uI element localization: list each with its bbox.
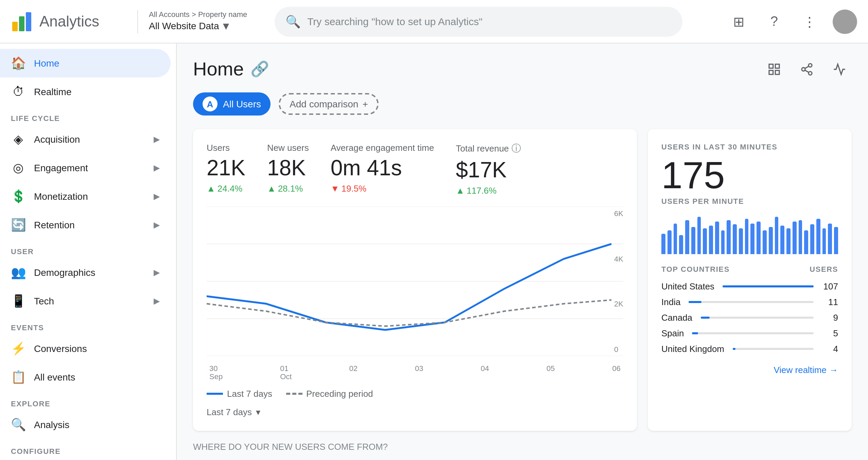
- countries-list: United States107India11Canada9Spain5Unit…: [661, 279, 838, 357]
- svg-rect-0: [12, 21, 18, 31]
- cards-row: Users 21K ▲ 24.4% New users 18K ▲ 28.1%: [193, 129, 852, 431]
- sidebar-item-tech[interactable]: 📱 Tech ▶: [0, 287, 171, 315]
- mini-bar: [727, 220, 731, 254]
- realtime-count: 175: [661, 156, 838, 194]
- page-header: Home 🔗: [193, 57, 852, 82]
- realtime-per-minute-label: USERS PER MINUTE: [661, 197, 838, 205]
- country-row: Spain5: [661, 325, 838, 341]
- country-bar-fill: [723, 285, 814, 287]
- legend-current: Last 7 days: [207, 389, 272, 399]
- avg-engagement-change: ▼ 19.5%: [331, 183, 434, 194]
- avatar[interactable]: [833, 9, 857, 34]
- mini-bar: [793, 222, 797, 254]
- segments-row: A All Users Add comparison +: [193, 92, 852, 116]
- expand-retention-icon: ▶: [154, 220, 160, 230]
- view-realtime-anchor[interactable]: View realtime →: [661, 365, 838, 375]
- sidebar-item-admin[interactable]: ⚙ Admin: [0, 458, 171, 460]
- sidebar-item-conversions[interactable]: ⚡ Conversions: [0, 334, 171, 363]
- country-bar-area: [732, 348, 814, 350]
- total-revenue-label: Total revenue ⓘ: [456, 143, 521, 155]
- lifecycle-section-label: LIFE CYCLE: [0, 106, 176, 125]
- mini-bar: [685, 220, 689, 254]
- country-name: Spain: [661, 328, 684, 338]
- sidebar-item-engagement[interactable]: ◎ Engagement ▶: [0, 154, 171, 182]
- sidebar-item-retention[interactable]: 🔄 Retention ▶: [0, 211, 171, 239]
- legend-line-solid: [207, 393, 223, 395]
- period-dropdown-icon: ▾: [256, 407, 261, 417]
- mini-bar: [703, 228, 707, 254]
- chart-period-selector[interactable]: Last 7 days ▾: [207, 407, 623, 417]
- country-bar-area: [692, 332, 814, 334]
- breadcrumb-property[interactable]: All Website Data ▾: [149, 18, 247, 33]
- sidebar-item-all-events[interactable]: 📋 All events: [0, 363, 171, 391]
- breadcrumb-area: All Accounts > Property name All Website…: [137, 10, 247, 33]
- monetization-icon: 💲: [11, 189, 26, 204]
- all-events-icon: 📋: [11, 370, 26, 385]
- country-count: 107: [822, 281, 838, 291]
- add-comparison-button[interactable]: Add comparison +: [279, 93, 379, 115]
- mini-bar: [745, 219, 749, 254]
- mini-bar: [667, 230, 672, 254]
- analytics-logo-icon: [11, 11, 33, 32]
- sidebar-item-realtime[interactable]: ⏱ Realtime: [0, 77, 171, 106]
- more-icon[interactable]: ⋮: [797, 9, 822, 34]
- up-arrow-icon: ▲: [207, 183, 215, 194]
- svg-point-8: [802, 68, 805, 71]
- tech-icon: 📱: [11, 294, 26, 308]
- realtime-label: USERS IN LAST 30 MINUTES: [661, 143, 838, 151]
- country-count: 11: [822, 297, 838, 307]
- app-name: Analytics: [39, 13, 99, 30]
- expand-tech-icon: ▶: [154, 296, 160, 306]
- realtime-icon: ⏱: [11, 84, 26, 99]
- sidebar-item-analysis[interactable]: 🔍 Analysis: [0, 410, 171, 439]
- mini-bar: [721, 230, 725, 254]
- country-name: India: [661, 297, 680, 307]
- explore-section-label: EXPLORE: [0, 391, 176, 410]
- mini-bar: [828, 224, 832, 254]
- legend-preceding: Preceding period: [286, 389, 373, 399]
- help-icon[interactable]: ?: [762, 9, 786, 34]
- apps-icon[interactable]: ⊞: [727, 9, 751, 34]
- demographics-icon: 👥: [11, 265, 26, 280]
- view-realtime-link[interactable]: View realtime →: [661, 365, 838, 375]
- country-bar-area: [700, 317, 814, 319]
- configure-section-label: CONFIGURE: [0, 439, 176, 458]
- mini-bar: [810, 224, 814, 254]
- country-row: United States107: [661, 279, 838, 294]
- metric-total-revenue: Total revenue ⓘ $17K ▲ 117.6%: [456, 143, 521, 196]
- conversions-icon: ⚡: [11, 341, 26, 356]
- acquisition-icon: ◈: [11, 132, 26, 147]
- sidebar-item-demographics[interactable]: 👥 Demographics ▶: [0, 258, 171, 287]
- line-chart: 6K 4K 2K 0: [207, 207, 623, 356]
- mini-bar: [697, 217, 701, 254]
- mini-bar: [816, 219, 820, 254]
- topbar-actions: ⊞ ? ⋮: [727, 9, 857, 34]
- country-bar-area: [723, 285, 814, 287]
- metric-users: Users 21K ▲ 24.4%: [207, 143, 245, 196]
- revenue-help-icon[interactable]: ⓘ: [511, 143, 521, 154]
- page-title-link-icon[interactable]: 🔗: [250, 60, 269, 78]
- search-bar[interactable]: 🔍 Try searching "how to set up Analytics…: [275, 6, 682, 36]
- svg-rect-6: [775, 70, 779, 74]
- sidebar-item-acquisition[interactable]: ◈ Acquisition ▶: [0, 125, 171, 154]
- breadcrumb-top: All Accounts > Property name: [149, 10, 247, 18]
- mini-bar: [786, 228, 791, 254]
- country-bar-fill: [700, 317, 710, 319]
- logo-area: Analytics: [11, 11, 126, 32]
- sidebar-item-home[interactable]: 🏠 Home: [0, 49, 171, 77]
- share-icon[interactable]: [795, 57, 819, 82]
- mini-bar: [822, 228, 826, 254]
- country-bar-fill: [692, 332, 698, 334]
- sidebar-item-monetization[interactable]: 💲 Monetization ▶: [0, 182, 171, 211]
- mini-bar: [715, 222, 719, 254]
- chart-yaxis: 6K 4K 2K 0: [614, 207, 623, 356]
- svg-rect-3: [769, 64, 773, 68]
- mini-bar: [739, 228, 743, 254]
- mini-bar: [691, 227, 695, 254]
- insights-icon[interactable]: [827, 57, 852, 82]
- customize-report-icon[interactable]: [762, 57, 786, 82]
- country-row: India11: [661, 294, 838, 310]
- mini-bar: [661, 234, 665, 254]
- all-users-segment[interactable]: A All Users: [193, 92, 271, 116]
- country-name: United States: [661, 281, 714, 291]
